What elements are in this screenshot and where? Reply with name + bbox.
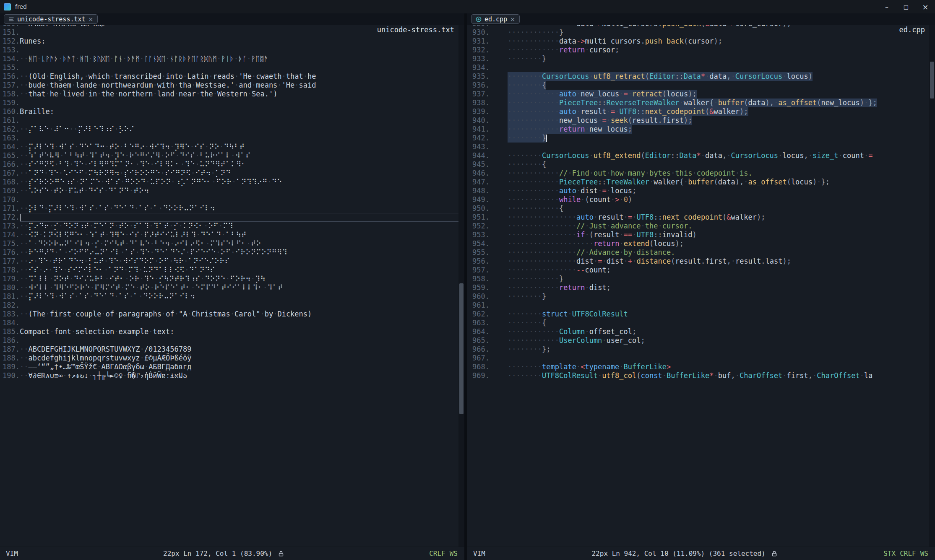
editor-left[interactable]: 150.··እግርህን·በፍራሽህ·ልክ·ዘርጋ።151.152.Runes:1…	[0, 25, 464, 547]
code-line[interactable]: 160.Braille:	[0, 107, 464, 116]
code-line[interactable]: 175.··⠁·⠙⠕⠕⠗⠤⠝⠁⠊⠇⠲·⡊·⠍⠊⠣⠞·⠙⠁⠧⠑·⠃⠑⠲·⠔⠊⠇⠔⠫…	[0, 239, 464, 248]
selection-highlight: ············auto·new_locus·=·retract(loc…	[508, 90, 697, 99]
code-line[interactable]: 965.············UserColumn·user_col;	[467, 336, 935, 345]
tab-unicode-stress-txt[interactable]: unicode-stress.txt ×	[4, 14, 98, 24]
code-line[interactable]: 176.··⠗⠑⠛⠜⠙·⠁·⠊⠕⠋⠋⠔⠤⠝⠁⠊⠇·⠁⠎·⠹⠑·⠙⠑⠁⠙⠑⠌·⠏⠊…	[0, 248, 464, 257]
minimize-button[interactable]: –	[877, 0, 896, 13]
code-line[interactable]: 959.············return·dist;	[467, 283, 935, 292]
code-line[interactable]: 936.········{	[467, 81, 935, 90]
code-line[interactable]: 954.····················return·extend(lo…	[467, 239, 935, 248]
tab-close-icon[interactable]: ×	[510, 16, 515, 23]
code-line[interactable]: 170.	[0, 195, 464, 204]
code-line[interactable]: 187.··ABCDEFGHIJKLMNOPQRSTUVWXYZ·/012345…	[0, 345, 464, 354]
scrollbar[interactable]	[929, 25, 935, 547]
code-line[interactable]: 180.··⠺⠊⠇⠇·⠹⠻⠑⠋⠕⠗⠑·⠏⠻⠍⠊⠞·⠍⠑·⠞⠕·⠗⠑⠏⠑⠁⠞⠂·⠑…	[0, 283, 464, 292]
code-line[interactable]: 158.··that·he·lived·in·the·northern·land…	[0, 90, 464, 99]
code-line[interactable]: 183.··(The·first·couple·of·paragraphs·of…	[0, 310, 464, 319]
code-line[interactable]: 155.	[0, 63, 464, 72]
pane-divider[interactable]	[464, 13, 467, 560]
code-line[interactable]: 173.··⡍⠔⠙⠖·⡊·⠙⠕⠝⠰⠞·⠍⠑⠁⠝·⠞⠕·⠎⠁⠹·⠹⠁⠞·⡊·⠅⠝⠪…	[0, 222, 464, 231]
code-line[interactable]: 168.··⡎⠊⠗⠕⠕⠛⠑⠰⠎·⠝⠁⠍⠑·⠺⠁⠎·⠛⠕⠕⠙·⠥⠏⠕⠝·⠰⡡⠁⠝⠛…	[0, 178, 464, 187]
code-line[interactable]: 189.··–—‘“”„†•…‰™œŠŸž€·ΑΒΓΔΩαβγδω·АБВГДа…	[0, 363, 464, 371]
code-line[interactable]: 172.	[0, 213, 464, 222]
code-line[interactable]: 968.········template·<typename·BufferLik…	[467, 363, 935, 371]
code-line[interactable]: 942.········}	[467, 134, 935, 143]
code-line[interactable]: 182.	[0, 301, 464, 310]
code-line[interactable]: 946.············//·Find·out·how·many·byt…	[467, 169, 935, 178]
code-line[interactable]: 157.··bude·thaem·lande·northweardum·with…	[0, 81, 464, 90]
code-line[interactable]: 969.········UTF8ColResult·utf8_col(const…	[467, 371, 935, 380]
code-line[interactable]: 161.	[0, 116, 464, 125]
code-line[interactable]: 963.········{	[467, 319, 935, 327]
code-line[interactable]: 933.········}	[467, 54, 935, 63]
close-button[interactable]: ×	[916, 0, 935, 13]
code-line[interactable]: 961.	[467, 301, 935, 310]
scrollbar-thumb[interactable]	[930, 62, 934, 99]
code-line[interactable]: 171.··⡕⠇⠙·⡍⠜⠇⠑⠹·⠺⠁⠎·⠁⠎·⠙⠑⠁⠙·⠁⠎·⠁·⠙⠕⠕⠗⠤⠝⠁…	[0, 204, 464, 213]
editor-right[interactable]: 929.················data->multi_cursors.…	[467, 25, 935, 547]
code-line[interactable]: 962.········struct·UTF8ColResult	[467, 310, 935, 319]
code-line[interactable]: 156.··(Old·English,·which·transcribed·in…	[0, 72, 464, 81]
code-line[interactable]: 967.	[467, 354, 935, 363]
code-line[interactable]: 955.················//·Advance·by·distan…	[467, 248, 935, 257]
code-line[interactable]: 937.············auto·new_locus·=·retract…	[467, 90, 935, 99]
code-line[interactable]: 950.············{	[467, 204, 935, 213]
code-line[interactable]: 154.··ᚻᛖ·ᚳᚹᚫᚦ·ᚦᚫᛏ·ᚻᛖ·ᛒᚢᛞᛖ·ᚩᚾ·ᚦᚫᛗ·ᛚᚪᚾᛞᛖ·ᚾ…	[0, 54, 464, 63]
code-line[interactable]: 166.··⠎⠊⠛⠝⠫·⠃⠹·⠹⠑·⠊⠇⠻⠛⠹⠍⠁⠝⠂·⠹⠑·⠊⠇⠻⠅⠂·⠹⠑·…	[0, 160, 464, 169]
title-bar[interactable]: fred – □ ×	[0, 0, 935, 13]
scrollbar-thumb[interactable]	[459, 283, 464, 414]
code-line[interactable]: 167.··⠁⠝⠙·⠹⠑·⠡⠊⠑⠋·⠍⠳⠗⠝⠻⠲·⡎⠊⠗⠕⠕⠛⠑·⠎⠊⠛⠝⠫·⠊…	[0, 169, 464, 178]
code-line[interactable]: 164.··⡍⠜⠇⠑⠹·⠺⠁⠎·⠙⠑⠁⠙⠒·⠞⠕·⠃⠑⠛⠔·⠺⠊⠹⠲·⡹⠻⠑·⠊…	[0, 143, 464, 151]
code-line[interactable]: 932.············return·cursor;	[467, 46, 935, 54]
code-line[interactable]: 162.··⡌⠁⠧⠑·⠼⠁⠒··⡍⠜⠇⠑⠹⠰⠎·⡣⠕⠌	[0, 125, 464, 134]
code-line[interactable]: 960.········}	[467, 292, 935, 301]
code-line[interactable]: 951.················auto·result·=·UTF8::…	[467, 213, 935, 222]
code-line[interactable]: 179.··⠩⠁⠇⠇·⠝⠕⠞·⠙⠊⠌⠥⠗⠃·⠊⠞⠂·⠕⠗·⠹⠑·⡊⠳⠝⠞⠗⠹⠰⠎…	[0, 275, 464, 283]
code-line[interactable]: 184.	[0, 319, 464, 327]
code-line[interactable]: 181.··⡍⠜⠇⠑⠹·⠺⠁⠎·⠁⠎·⠙⠑⠁⠙·⠁⠎·⠁·⠙⠕⠕⠗⠤⠝⠁⠊⠇⠲	[0, 292, 464, 301]
code-line[interactable]: 931.············data->multi_cursors.push…	[467, 37, 935, 46]
line-number: 176.	[0, 248, 20, 257]
code-line[interactable]: 178.··⠊⠎·⠔·⠹⠑·⠎⠊⠍⠊⠇⠑⠂·⠁⠝⠙·⠍⠹·⠥⠝⠙⠁⠇⠇⠪⠫·⠙⠁…	[0, 266, 464, 275]
code-line[interactable]: 188.··abcdefghijklmnopqrstuvwxyz·£©µÀÆÖÞ…	[0, 354, 464, 363]
code-line[interactable]: 190.··∀∂∈ℝ∧∪≡∞·↑↗↨↻⇣·┐┼╔╘►☺♀·ﬁ�⑀₂ἠḂӥẄɐː⍎…	[0, 371, 464, 380]
code-line[interactable]: 948.············auto·dist·=·locus;	[467, 187, 935, 195]
code-line[interactable]: 930.············}	[467, 28, 935, 37]
code-line[interactable]: 934.	[467, 63, 935, 72]
editor-pane-right: ed.cpp × 929.················data->multi…	[467, 13, 935, 560]
code-line[interactable]: 957.················--count;	[467, 266, 935, 275]
code-line[interactable]: 956.················dist·=·dist·+·distan…	[467, 257, 935, 266]
code-line[interactable]: 949.············while·(count·>·0)	[467, 195, 935, 204]
code-line[interactable]: 165.··⠱⠁⠞⠑⠧⠻·⠁⠃⠳⠞·⠹⠁⠞⠲·⡹⠑·⠗⠑⠛⠊⠌⠻·⠕⠋·⠙⠊⠎·…	[0, 151, 464, 160]
tab-close-icon[interactable]: ×	[89, 16, 94, 23]
code-line[interactable]: 958.············}	[467, 275, 935, 283]
code-line[interactable]: 941.············return·new_locus;	[467, 125, 935, 134]
code-line[interactable]: 944.········CursorLocus·utf8_extend(Edit…	[467, 151, 935, 160]
code-line[interactable]: 186.	[0, 336, 464, 345]
code-line[interactable]: 947.············PieceTree::TreeWalker·wa…	[467, 178, 935, 187]
maximize-button[interactable]: □	[896, 0, 916, 13]
code-line[interactable]: 174.··⠪⠝·⠅⠝⠪⠇⠫⠛⠑⠂·⠱⠁⠞·⠹⠻⠑·⠊⠎·⠏⠜⠞⠊⠊⠥⠇⠜⠇⠹·…	[0, 231, 464, 239]
code-line[interactable]: 169.··⠡⠕⠎⠑·⠞⠕·⠏⠥⠞·⠙⠊⠎·⠙⠁⠝⠙·⠞⠕⠲	[0, 187, 464, 195]
code-line[interactable]: 945.········{	[467, 160, 935, 169]
scrollbar[interactable]	[458, 25, 464, 547]
code-line[interactable]: 938.············PieceTree::ReverseTreeWa…	[467, 99, 935, 107]
line-number: 939.	[467, 107, 508, 116]
code-line[interactable]: 163.	[0, 134, 464, 143]
code-line[interactable]: 940.············new_locus·=·seek(result.…	[467, 116, 935, 125]
code-line[interactable]: 153.	[0, 46, 464, 54]
code-line[interactable]: 929.················data->multi_cursors.…	[467, 25, 935, 28]
code-line[interactable]: 185.Compact·font·selection·example·text:	[0, 327, 464, 336]
code-line[interactable]: 939.············auto·result·=·UTF8::next…	[467, 107, 935, 116]
line-number: 932.	[467, 46, 508, 54]
code-line[interactable]: 952.················//·Just·advance·the·…	[467, 222, 935, 231]
code-line[interactable]: 966.········};	[467, 345, 935, 354]
tab-ed-cpp[interactable]: ed.cpp ×	[471, 14, 520, 24]
code-line[interactable]: 964.············Column·offset_col;	[467, 327, 935, 336]
code-line[interactable]: 152.Runes:	[0, 37, 464, 46]
code-line[interactable]: 177.··⠔·⠹⠑·⠞⠗⠁⠙⠑⠲·⡃⠥⠞·⠹⠑·⠺⠊⠎⠙⠕⠍·⠕⠋·⠳⠗·⠁⠝…	[0, 257, 464, 266]
code-line[interactable]: 953.················if·(result·==·UTF8::…	[467, 231, 935, 239]
code-line[interactable]: 943.	[467, 143, 935, 151]
code-line[interactable]: 159.	[0, 99, 464, 107]
code-line[interactable]: 935.········CursorLocus·utf8_retract(Edi…	[467, 72, 935, 81]
